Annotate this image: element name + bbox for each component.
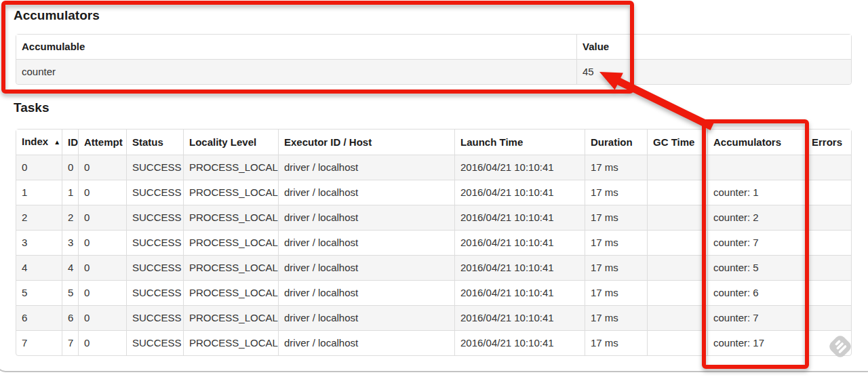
- task-row: 770SUCCESSPROCESS_LOCALdriver / localhos…: [16, 330, 851, 355]
- cell-attempt: 0: [78, 305, 126, 330]
- cell-launch-time: 2016/04/21 10:10:41: [454, 280, 585, 305]
- cell-duration: 17 ms: [585, 255, 647, 280]
- cell-status: SUCCESS: [126, 155, 183, 180]
- cell-launch-time: 2016/04/21 10:10:41: [454, 205, 585, 230]
- task-row: 330SUCCESSPROCESS_LOCALdriver / localhos…: [16, 230, 851, 255]
- cell-locality-level: PROCESS_LOCAL: [183, 330, 278, 355]
- column-header-executor-id-host[interactable]: Executor ID / Host: [278, 130, 454, 155]
- column-header-id[interactable]: ID: [62, 130, 78, 155]
- column-header-value[interactable]: Value: [576, 35, 851, 59]
- cell-executor-id-host: driver / localhost: [278, 280, 454, 305]
- task-row: 110SUCCESSPROCESS_LOCALdriver / localhos…: [16, 180, 851, 205]
- cell-launch-time: 2016/04/21 10:10:41: [454, 330, 585, 355]
- cell-index: 5: [16, 280, 62, 305]
- cell-id: 0: [62, 155, 78, 180]
- cell-gc-time: [647, 255, 707, 280]
- cell-status: SUCCESS: [126, 205, 183, 230]
- cell-duration: 17 ms: [585, 330, 647, 355]
- tasks-header-row: Index▲IDAttemptStatusLocality LevelExecu…: [16, 130, 851, 155]
- cell-executor-id-host: driver / localhost: [278, 305, 454, 330]
- cell-index: 2: [16, 205, 62, 230]
- cell-accumulators: counter: 1: [707, 180, 806, 205]
- cell-executor-id-host: driver / localhost: [278, 205, 454, 230]
- column-header-status[interactable]: Status: [126, 130, 183, 155]
- cell-executor-id-host: driver / localhost: [278, 180, 454, 205]
- column-header-accumulators[interactable]: Accumulators: [707, 130, 806, 155]
- cell-status: SUCCESS: [126, 280, 183, 305]
- task-row: 000SUCCESSPROCESS_LOCALdriver / localhos…: [16, 155, 851, 180]
- column-header-accumulable[interactable]: Accumulable: [16, 35, 576, 59]
- accumulators-header-row: AccumulableValue: [16, 35, 851, 59]
- cell-locality-level: PROCESS_LOCAL: [183, 180, 278, 205]
- cell-accumulators: [707, 155, 806, 180]
- cell-index: 7: [16, 330, 62, 355]
- cell-index: 4: [16, 255, 62, 280]
- cell-accumulators: counter: 17: [707, 330, 806, 355]
- cell-launch-time: 2016/04/21 10:10:41: [454, 180, 585, 205]
- cell-index: 0: [16, 155, 62, 180]
- column-header-duration[interactable]: Duration: [585, 130, 647, 155]
- task-row: 440SUCCESSPROCESS_LOCALdriver / localhos…: [16, 255, 851, 280]
- cell-errors: [806, 230, 851, 255]
- cell-gc-time: [647, 205, 707, 230]
- cell-index: 6: [16, 305, 62, 330]
- column-header-index[interactable]: Index▲: [16, 130, 62, 155]
- accumulators-table: AccumulableValue counter45: [16, 34, 852, 85]
- column-header-locality-level[interactable]: Locality Level: [183, 130, 278, 155]
- sort-ascending-icon: ▲: [54, 138, 60, 146]
- cell-executor-id-host: driver / localhost: [278, 255, 454, 280]
- cell-status: SUCCESS: [126, 330, 183, 355]
- cell-status: SUCCESS: [126, 305, 183, 330]
- cell-duration: 17 ms: [585, 305, 647, 330]
- cell-errors: [806, 255, 851, 280]
- cell-index: 3: [16, 230, 62, 255]
- cell-accumulators: counter: 7: [707, 230, 806, 255]
- cell-id: 6: [62, 305, 78, 330]
- cell-attempt: 0: [78, 255, 126, 280]
- cell-gc-time: [647, 330, 707, 355]
- cell-gc-time: [647, 230, 707, 255]
- cell-gc-time: [647, 280, 707, 305]
- cell-gc-time: [647, 180, 707, 205]
- cell-launch-time: 2016/04/21 10:10:41: [454, 305, 585, 330]
- cell-attempt: 0: [78, 205, 126, 230]
- cell-id: 5: [62, 280, 78, 305]
- task-row: 220SUCCESSPROCESS_LOCALdriver / localhos…: [16, 205, 851, 230]
- cell-errors: [806, 205, 851, 230]
- cell-launch-time: 2016/04/21 10:10:41: [454, 230, 585, 255]
- cell-errors: [806, 330, 851, 355]
- cell-launch-time: 2016/04/21 10:10:41: [454, 155, 585, 180]
- cell-attempt: 0: [78, 230, 126, 255]
- cell-index: 1: [16, 180, 62, 205]
- cell-errors: [806, 280, 851, 305]
- cell-launch-time: 2016/04/21 10:10:41: [454, 255, 585, 280]
- cell-duration: 17 ms: [585, 280, 647, 305]
- cell-id: 1: [62, 180, 78, 205]
- cell-accumulators: counter: 7: [707, 305, 806, 330]
- cell-locality-level: PROCESS_LOCAL: [183, 205, 278, 230]
- cell-executor-id-host: driver / localhost: [278, 230, 454, 255]
- tasks-table: Index▲IDAttemptStatusLocality LevelExecu…: [16, 129, 852, 356]
- cell-attempt: 0: [78, 155, 126, 180]
- task-row: 550SUCCESSPROCESS_LOCALdriver / localhos…: [16, 280, 851, 305]
- cell-duration: 17 ms: [585, 155, 647, 180]
- cell-attempt: 0: [78, 280, 126, 305]
- cell-duration: 17 ms: [585, 205, 647, 230]
- cell-accumulable: counter: [16, 59, 576, 84]
- cell-status: SUCCESS: [126, 180, 183, 205]
- cell-accumulators: counter: 5: [707, 255, 806, 280]
- column-header-errors[interactable]: Errors: [806, 130, 851, 155]
- column-header-launch-time[interactable]: Launch Time: [454, 130, 585, 155]
- cell-executor-id-host: driver / localhost: [278, 155, 454, 180]
- column-header-attempt[interactable]: Attempt: [78, 130, 126, 155]
- cell-locality-level: PROCESS_LOCAL: [183, 230, 278, 255]
- cell-accumulators: counter: 6: [707, 280, 806, 305]
- cell-id: 2: [62, 205, 78, 230]
- cell-gc-time: [647, 155, 707, 180]
- cell-attempt: 0: [78, 180, 126, 205]
- cell-attempt: 0: [78, 330, 126, 355]
- cell-status: SUCCESS: [126, 255, 183, 280]
- cell-locality-level: PROCESS_LOCAL: [183, 305, 278, 330]
- cell-locality-level: PROCESS_LOCAL: [183, 280, 278, 305]
- column-header-gc-time[interactable]: GC Time: [647, 130, 707, 155]
